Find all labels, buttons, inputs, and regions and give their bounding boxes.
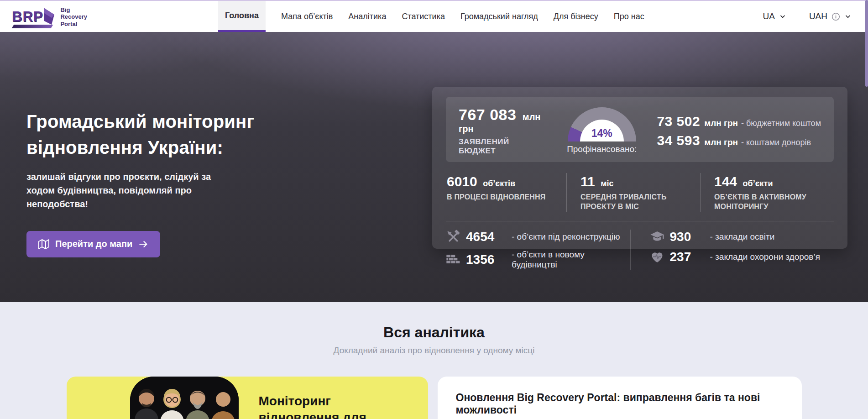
heart-pulse-icon: [650, 250, 670, 264]
analytics-cards: Моніторинг відновлення для громадськості…: [0, 377, 868, 419]
type-label: - заклади охорони здоров’я: [710, 252, 820, 262]
analytics-subtitle: Докладний аналіз про відновлення у одном…: [0, 346, 868, 356]
declared-budget: 767 083 млн грн ЗАЯВЛЕНИЙ БЮДЖЕТ: [459, 106, 541, 156]
hero-title-line1: Громадський моніторинг: [26, 109, 309, 135]
stat-value: 6010: [447, 174, 477, 189]
type-value: 4654: [466, 230, 512, 244]
type-row-healthcare: 237 - заклади охорони здоров’я: [650, 250, 834, 264]
type-label: - об’єкти під реконструкцію: [512, 232, 620, 242]
type-row-new-construction: 1356 - об’єкти в новому будівництві: [446, 250, 630, 270]
card-public-monitoring[interactable]: Моніторинг відновлення для громадськості: [67, 377, 428, 419]
stat-caption: В ПРОЦЕСІ ВІДНОВЛЕННЯ: [447, 193, 554, 202]
funding-gauge: 14% Профінансовано:: [567, 107, 637, 154]
stat-value: 11: [580, 174, 595, 189]
card-public-monitoring-title: Моніторинг відновлення для громадськості: [259, 393, 401, 419]
info-icon[interactable]: [831, 12, 840, 21]
funding-gauge-caption: Профінансовано:: [567, 144, 637, 154]
stat-objects-in-recovery: 6010 об’єктів В ПРОЦЕСІ ВІДНОВЛЕННЯ: [446, 173, 566, 212]
header: BRP Big Recovery Portal Головна Мапа об’…: [0, 1, 868, 32]
funding-budget-note: - бюджетним коштом: [741, 119, 821, 128]
logo-mark: BRP: [12, 8, 55, 25]
nav-item-home[interactable]: Головна: [218, 1, 266, 32]
declared-budget-caption: ЗАЯВЛЕНИЙ БЮДЖЕТ: [459, 137, 541, 156]
type-value: 930: [670, 230, 710, 244]
currency-value: UAH: [809, 11, 827, 21]
scrollbar[interactable]: [865, 0, 868, 419]
stat-unit: об’єктів: [483, 179, 515, 188]
funding-budget-unit: млн грн: [704, 118, 738, 128]
stat-value: 144: [714, 174, 737, 189]
logo-wordmark: Big Recovery Portal: [60, 5, 87, 27]
language-value: UA: [763, 11, 774, 21]
nav-item-map[interactable]: Мапа об’єктів: [281, 1, 333, 32]
nav-item-for-business[interactable]: Для бізнесу: [554, 1, 598, 32]
chevron-down-icon: [844, 13, 852, 20]
type-row-reconstruction: 4654 - об’єкти під реконструкцію: [446, 230, 630, 244]
analytics-section: Вся аналітика Докладний аналіз про відно…: [0, 302, 868, 419]
team-photo: [130, 377, 239, 419]
funding-donors-unit: млн грн: [704, 137, 738, 147]
type-value: 237: [670, 250, 710, 264]
type-label: - об’єкти в новому будівництві: [512, 250, 630, 270]
brand-logo[interactable]: BRP Big Recovery Portal: [12, 1, 218, 32]
hero-title: Громадський моніторинг відновлення Украї…: [26, 109, 309, 161]
funding-gauge-arc: 14%: [568, 107, 636, 141]
logo-fold-icon: [44, 8, 55, 25]
logo-brp-text: BRP: [12, 10, 43, 24]
graduation-cap-icon: [650, 230, 670, 244]
header-controls: UA UAH: [763, 1, 868, 32]
analytics-title: Вся аналітика: [0, 324, 868, 341]
declared-budget-value: 767 083: [459, 106, 516, 123]
card-portal-update-title: Оновлення Big Recovery Portal: виправлен…: [456, 392, 784, 416]
stat-unit: міс: [601, 179, 613, 188]
funding-donors-note: - коштами донорів: [741, 138, 811, 147]
bricks-icon: [446, 252, 466, 267]
stats-bottom-row: 4654 - об’єкти під реконструкцію 1356 - …: [446, 221, 834, 270]
stat-active-monitoring: 144 об’єкти ОБ’ЄКТІВ В АКТИВНОМУ МОНІТОР…: [700, 173, 834, 212]
stat-caption: ОБ’ЄКТІВ В АКТИВНОМУ МОНІТОРИНГУ: [714, 193, 821, 212]
scrollbar-thumb[interactable]: [865, 0, 868, 87]
funding-row-donors: 34 593 млн грн - коштами донорів: [657, 133, 821, 148]
stat-average-duration: 11 міс СЕРЕДНЯ ТРИВАЛІСТЬ ПРОЄКТУ В МІС: [566, 173, 700, 212]
logo-word-line: Recovery: [60, 13, 87, 20]
type-row-education: 930 - заклади освіти: [650, 230, 834, 244]
nav-item-public-oversight[interactable]: Громадський нагляд: [460, 1, 538, 32]
map-icon: [38, 239, 49, 250]
funding-donors-value: 34 593: [657, 133, 700, 148]
type-value: 1356: [466, 252, 512, 267]
card-portal-update[interactable]: Оновлення Big Recovery Portal: виправлен…: [438, 377, 802, 419]
logo-swoosh: [12, 25, 53, 28]
logo-word-line: Portal: [60, 21, 87, 27]
arrow-right-icon: [138, 239, 148, 249]
go-to-map-button[interactable]: Перейти до мапи: [26, 231, 160, 257]
currency-selector[interactable]: UAH: [809, 11, 852, 21]
funding-row-budget: 73 502 млн грн - бюджетним коштом: [657, 114, 821, 129]
main-nav: Головна Мапа об’єктів Аналітика Статисти…: [218, 1, 644, 32]
nav-item-about[interactable]: Про нас: [614, 1, 644, 32]
chevron-down-icon: [779, 13, 786, 20]
object-types-right: 930 - заклади освіти 237 - заклади охоро…: [630, 230, 834, 270]
funding-breakdown: 73 502 млн грн - бюджетним коштом 34 593…: [657, 114, 821, 148]
stats-middle-row: 6010 об’єктів В ПРОЦЕСІ ВІДНОВЛЕННЯ 11 м…: [446, 162, 834, 221]
funding-budget-value: 73 502: [657, 114, 700, 129]
stat-unit: об’єкти: [743, 179, 773, 188]
hero-title-line2: відновлення України:: [26, 135, 309, 161]
go-to-map-label: Перейти до мапи: [55, 239, 132, 249]
hero-section: Громадський моніторинг відновлення Украї…: [0, 32, 868, 302]
funding-gauge-percent: 14%: [580, 120, 624, 141]
nav-item-analytics[interactable]: Аналітика: [348, 1, 386, 32]
type-label: - заклади освіти: [710, 232, 775, 242]
language-selector[interactable]: UA: [763, 11, 786, 21]
budget-panel: 767 083 млн грн ЗАЯВЛЕНИЙ БЮДЖЕТ 14% Про…: [446, 97, 834, 162]
logo-word-line: Big: [60, 6, 87, 13]
stats-card: 767 083 млн грн ЗАЯВЛЕНИЙ БЮДЖЕТ 14% Про…: [432, 87, 847, 249]
nav-item-statistics[interactable]: Статистика: [402, 1, 445, 32]
stat-caption: СЕРЕДНЯ ТРИВАЛІСТЬ ПРОЄКТУ В МІС: [580, 193, 688, 212]
hero-subtitle: залишай відгуки про проєкти, слідкуй за …: [26, 170, 241, 211]
object-types-left: 4654 - об’єкти під реконструкцію 1356 - …: [446, 230, 630, 270]
construction-tools-icon: [446, 230, 466, 244]
hero-copy: Громадський моніторинг відновлення Украї…: [26, 109, 309, 257]
